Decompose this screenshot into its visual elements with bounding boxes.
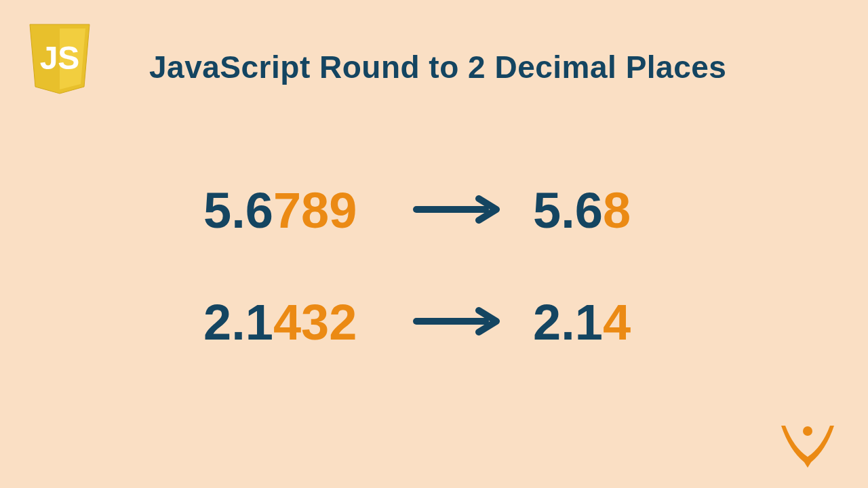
example-row: 5.6789 5.68 [203,182,692,239]
output-highlight: 8 [603,182,631,239]
output-number: 5.68 [533,182,669,239]
output-highlight: 4 [603,294,631,350]
input-prefix: 5.6 [203,182,273,239]
input-number: 2.1432 [203,293,380,351]
arrow-right-icon [412,306,500,339]
arrow-right-icon [412,195,500,227]
input-highlight: 432 [273,294,357,350]
examples-container: 5.6789 5.68 2.1432 2.14 [203,182,692,405]
output-prefix: 2.1 [533,294,603,350]
input-highlight: 789 [273,182,357,239]
output-prefix: 5.6 [533,182,603,239]
output-number: 2.14 [533,293,669,351]
example-row: 2.1432 2.14 [203,293,692,351]
javascript-logo-icon: JS [27,22,92,95]
brand-logo-icon [777,411,838,472]
page-title: JavaScript Round to 2 Decimal Places [149,49,726,85]
svg-point-3 [803,426,812,436]
input-prefix: 2.1 [203,294,273,350]
svg-text:JS: JS [40,40,80,76]
input-number: 5.6789 [203,182,380,239]
